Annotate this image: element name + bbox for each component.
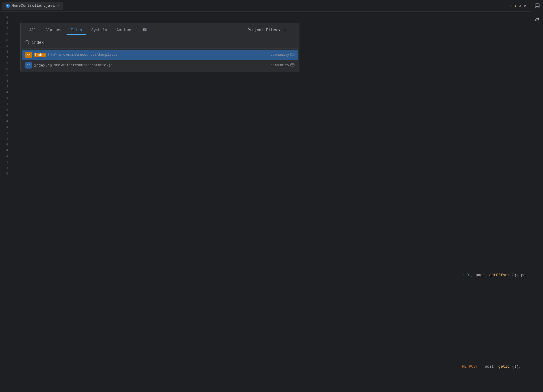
line-number: 3 [0,37,10,43]
result-module: community [270,52,294,57]
nav-up-button[interactable]: ∧ [519,3,521,8]
line-number: 2 [0,26,10,31]
line-number: 3 [0,78,10,84]
line-number: 4 [0,165,10,171]
search-result-item[interactable]: JS index .js src\main\resources\static\j… [21,60,299,71]
code-text: : [462,273,467,277]
line-number: 4 [0,101,10,107]
code-number: 0 [467,273,469,277]
line-number: 3 [0,72,10,78]
line-number: 3 [0,60,10,66]
warning-count: 3 [515,4,517,8]
line-number: 4 [0,142,10,148]
module-folder-icon [290,52,294,57]
tab-all[interactable]: All [25,26,40,35]
line-number: 4 [0,136,10,142]
code-text: (), pa [512,273,526,277]
line-number: 4 [0,124,10,130]
line-number: 4 [0,113,10,118]
line-number: 4 [0,107,10,113]
tab-url[interactable]: URL [137,26,152,35]
filename-extension: .html [46,53,57,57]
line-number: 3 [0,55,10,60]
code-method: getId [498,364,510,369]
line-number: 4 [0,148,10,153]
svg-line-1 [28,43,29,44]
search-icon [25,40,29,45]
editor-area: All Classes Files Symbols Actions URL [10,12,543,392]
line-number: 2 [0,20,10,26]
result-filename: index .js src\main\resources\static\js [34,63,268,68]
line-numbers-gutter: 2 2 2 3 3 3 3 3 3 3 3 3 3 4 4 4 4 4 4 4 … [0,12,10,392]
tab-actions[interactable]: Actions [112,26,137,35]
svg-point-4 [535,4,539,5]
filename-path: src\main\resources\static\js [54,63,112,67]
nav-down-button[interactable]: ∨ [524,3,526,8]
result-module: community [270,63,294,68]
code-keyword: PE_POST [462,364,478,369]
code-text: , page. [471,273,487,277]
file-type-badge-js: JS [25,62,32,69]
tab-classes[interactable]: Classes [41,26,65,35]
tabs-right-controls: Project Files ∨ ⊟ ⊞ [248,27,294,33]
search-input-row: index [21,37,299,48]
line-number: 4 [0,153,10,159]
java-icon: C [6,4,10,8]
line-number: 4 [0,89,10,95]
badge-label: <> [27,53,30,57]
code-text: , post. [480,364,496,369]
module-label: community [270,63,289,67]
line-number: 4 [0,118,10,124]
filter-icon[interactable]: ⊟ [283,27,287,33]
code-snippet-bottom: : 0 , page. getOffset (), pa PE_POST , p… [462,273,526,369]
search-overlay: All Classes Files Symbols Actions URL [20,23,299,72]
title-bar: C HomeController.java ✕ ⚠ 3 ∧ ∨ ⋮ 🔔 [0,0,543,12]
project-files-label: Project Files [248,28,277,32]
tab-symbols[interactable]: Symbols [87,26,111,35]
filename-highlight: index [34,53,46,57]
editor-tab[interactable]: C HomeController.java ✕ [2,2,63,10]
search-input-container[interactable]: index [32,40,44,45]
main-layout: 2 2 2 3 3 3 3 3 3 3 3 3 3 4 4 4 4 4 4 4 … [0,12,543,392]
preview-icon[interactable]: ⊞ [290,27,294,33]
right-panel: m [531,0,543,392]
line-number: 3 [0,49,10,55]
m-icon[interactable]: m [535,16,539,23]
code-method: getOffset [489,273,510,277]
search-input-value: index [32,40,44,45]
filename-path: src\main\resources\templates [59,53,118,57]
search-result-item[interactable]: <> index .html src\main\resources\templa… [22,50,298,60]
project-files-dropdown[interactable]: Project Files ∨ [248,28,280,32]
line-number: 3 [0,43,10,49]
module-folder-icon [290,63,294,68]
line-number: 2 [0,14,10,20]
module-label: community [270,53,289,57]
title-bar-right: ⚠ 3 ∧ ∨ [510,0,531,12]
filename-extension: .js [45,63,52,68]
cursor [44,41,44,45]
line-number: 3 [0,84,10,89]
tab-close-button[interactable]: ✕ [58,4,60,8]
tab-files[interactable]: Files [67,26,86,35]
search-tabs-bar: All Classes Files Symbols Actions URL [21,23,299,37]
line-number: 4 [0,130,10,136]
line-number: 3 [0,66,10,72]
filename-highlight: index [34,63,45,68]
code-text: ()); [512,364,521,369]
chevron-down-icon: ∨ [278,28,281,32]
warning-icon: ⚠ [510,3,512,8]
file-type-badge-html: <> [25,52,32,58]
line-number: 3 [0,31,10,37]
badge-label: JS [26,64,30,67]
search-results-list: <> index .html src\main\resources\templa… [21,48,299,72]
line-number: 5 [0,171,10,177]
line-number: 4 [0,95,10,101]
tab-filename: HomeController.java [12,3,55,8]
database-icon[interactable] [534,3,540,10]
result-filename: index .html src\main\resources\templates [34,53,268,57]
line-number: 4 [0,159,10,165]
